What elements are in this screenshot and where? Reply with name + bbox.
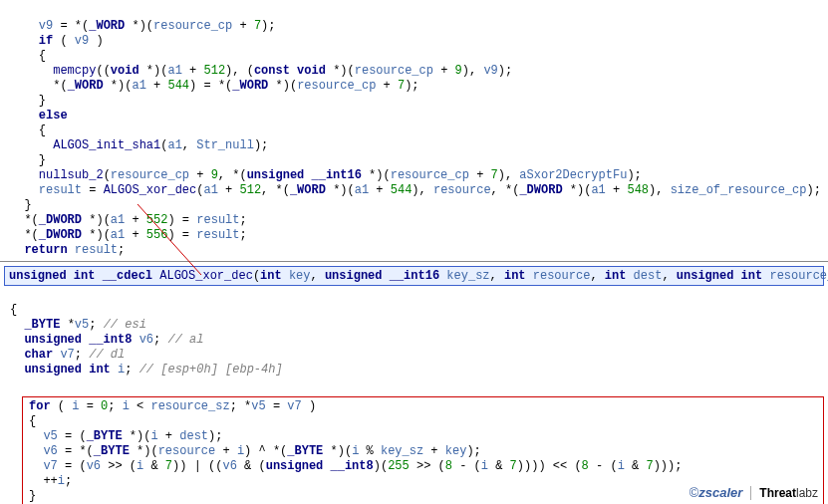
code-line: _BYTE *v5; // esi [10, 318, 146, 332]
code-line: unsigned __int8 v6; // al [10, 333, 203, 347]
lower-code-section: unsigned int __cdecl ALGOS_xor_dec(int k… [0, 261, 828, 504]
code-line: v6 = *(_BYTE *)(resource + i) ^ *(_BYTE … [29, 444, 481, 458]
footer-branding: ©zscaler Threatlabz [690, 485, 818, 500]
code-line: if ( v9 ) [10, 34, 104, 48]
code-line: { [10, 49, 46, 63]
upper-code-block: v9 = *(_WORD *)(resource_cp + 7); if ( v… [0, 0, 828, 258]
code-line: nullsub_2(resource_cp + 9, *(unsigned __… [10, 168, 642, 182]
function-signature-box: unsigned int __cdecl ALGOS_xor_dec(int k… [4, 266, 824, 286]
footer-divider [750, 486, 751, 500]
code-line: v9 = *(_WORD *)(resource_cp + 7); [10, 19, 276, 33]
code-line: { [29, 414, 36, 428]
code-line: } [10, 153, 46, 167]
code-line: memcpy((void *)(a1 + 512), (const void *… [10, 64, 512, 78]
code-line: return result; [10, 243, 125, 257]
threatlabz-logo: Threatlabz [759, 486, 818, 500]
code-line: char v7; // dl [10, 348, 125, 362]
code-line: *(_DWORD *)(a1 + 552) = result; [10, 213, 247, 227]
zscaler-logo: ©zscaler [690, 485, 743, 500]
code-line [10, 378, 17, 391]
code-line: } [10, 198, 32, 212]
code-line: unsigned int i; // [esp+0h] [ebp-4h] [10, 363, 283, 377]
code-line: { [10, 124, 46, 137]
code-line: result = ALGOS_xor_dec(a1 + 512, *(_WORD… [10, 183, 821, 197]
code-line: v5 = (_BYTE *)(i + dest); [29, 429, 222, 443]
code-line: *(_WORD *)(a1 + 544) = *(_WORD *)(resour… [10, 79, 419, 93]
code-line: else [10, 109, 68, 123]
code-line: *(_DWORD *)(a1 + 556) = result; [10, 228, 247, 242]
code-line: } [29, 489, 36, 503]
decl-block: { _BYTE *v5; // esi unsigned __int8 v6; … [0, 288, 828, 392]
code-line: for ( i = 0; i < resource_sz; *v5 = v7 ) [29, 399, 316, 413]
code-line: v7 = (v6 >> (i & 7)) | ((v6 & (unsigned … [29, 459, 682, 473]
code-line: { [10, 303, 17, 317]
code-line: ALGOS_init_sha1(a1, Str_null); [10, 138, 268, 152]
code-line: } [10, 94, 46, 108]
code-line: ++i; [29, 474, 72, 488]
